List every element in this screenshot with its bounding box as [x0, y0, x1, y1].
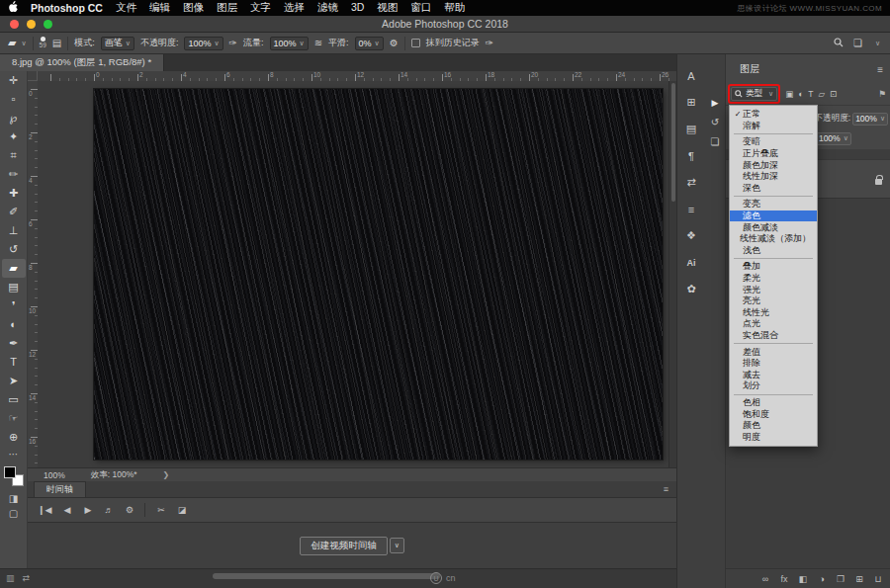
dodge-tool[interactable]: ◐: [2, 315, 26, 334]
tab-layers[interactable]: 图层: [740, 62, 759, 76]
menubar-item-图层[interactable]: 图层: [217, 1, 237, 15]
timeline-settings-button[interactable]: ⚙: [124, 505, 134, 515]
snapshot-panel-icon[interactable]: ❏: [711, 136, 720, 147]
navigator-panel-icon[interactable]: ❖: [679, 222, 703, 249]
adjustment-layer-icon[interactable]: ◑: [817, 574, 827, 584]
close-button[interactable]: [10, 20, 19, 29]
healing-brush-tool[interactable]: ✚: [2, 184, 26, 203]
blend-mode-option-颜色加深[interactable]: 颜色加深: [730, 159, 817, 171]
blend-mode-option-亮光[interactable]: 亮光: [730, 295, 817, 307]
edit-toolbar-icon[interactable]: ⋯: [2, 447, 26, 462]
blend-mode-option-饱和度[interactable]: 饱和度: [730, 408, 817, 420]
menubar-item-图像[interactable]: 图像: [183, 1, 204, 15]
link-layers-icon[interactable]: ∞: [760, 574, 770, 584]
blend-mode-option-减去[interactable]: 减去: [730, 369, 817, 380]
audio-button[interactable]: ♬: [103, 505, 114, 515]
menubar-item-帮助[interactable]: 帮助: [444, 1, 465, 15]
filter-adjustment-layers-icon[interactable]: ◐: [798, 89, 803, 99]
status-options-chevron[interactable]: ❯: [163, 470, 170, 479]
menubar-item-文件[interactable]: 文件: [116, 1, 136, 15]
zoom-window-button[interactable]: [44, 20, 52, 29]
blend-mode-option-差值[interactable]: 差值: [730, 346, 817, 358]
blend-mode-option-线性光[interactable]: 线性光: [730, 307, 817, 319]
layer-opacity-select[interactable]: 100% ∨: [852, 113, 888, 126]
blend-mode-option-线性加深[interactable]: 线性加深: [730, 171, 817, 183]
blend-mode-option-叠加[interactable]: 叠加: [730, 261, 817, 273]
info-panel-icon[interactable]: ≡: [679, 196, 703, 222]
blend-mode-option-排除[interactable]: 排除: [730, 358, 817, 370]
blend-mode-option-明度[interactable]: 明度: [730, 431, 817, 443]
expand-panels-arrow[interactable]: ▶: [712, 98, 719, 108]
menubar-item-选择[interactable]: 选择: [284, 1, 305, 15]
smoothing-select[interactable]: 0% ∨: [355, 37, 384, 50]
layers-panel-menu-icon[interactable]: ≡: [877, 64, 883, 75]
blend-mode-option-点光[interactable]: 点光: [730, 318, 817, 330]
pen-pressure-size-icon[interactable]: ✑: [486, 38, 493, 48]
layer-style-icon[interactable]: fx: [779, 574, 789, 584]
split-clip-button[interactable]: ✂: [155, 505, 166, 515]
marquee-tool[interactable]: ▫: [2, 90, 26, 109]
blend-mode-option-颜色减淡[interactable]: 颜色减淡: [730, 221, 817, 233]
first-frame-button[interactable]: ❙◀: [38, 505, 51, 515]
zoom-tool[interactable]: ⊕: [2, 428, 26, 447]
workspace-switcher-icon[interactable]: ❏: [853, 38, 862, 48]
quick-mask-icon[interactable]: ◨: [2, 491, 26, 506]
layer-fill-select[interactable]: 100% ∨: [816, 132, 851, 145]
render-video-button[interactable]: ◪: [176, 505, 187, 515]
libraries-panel-icon[interactable]: ▤: [679, 116, 703, 142]
vertical-scrollbar-thumb[interactable]: [671, 83, 675, 202]
move-tool[interactable]: ✛: [2, 71, 26, 90]
gradient-tool[interactable]: ▤: [2, 278, 26, 296]
eyedropper-tool[interactable]: ✏: [2, 165, 26, 184]
app-menu[interactable]: Photoshop CC: [31, 2, 103, 14]
ai-panel-icon[interactable]: Ai: [679, 249, 703, 276]
blend-mode-option-颜色[interactable]: 颜色: [730, 420, 817, 432]
flow-select[interactable]: 100% ∨: [270, 37, 309, 50]
blend-mode-option-溶解[interactable]: 溶解: [730, 121, 817, 132]
search-icon[interactable]: [834, 38, 844, 49]
character-panel-icon[interactable]: A: [679, 62, 703, 89]
opacity-select[interactable]: 100% ∨: [184, 37, 222, 50]
type-tool[interactable]: T: [2, 353, 26, 372]
lasso-tool[interactable]: ℘: [2, 109, 26, 127]
layer-group-icon[interactable]: ❐: [836, 574, 846, 584]
filter-type-layers-icon[interactable]: T: [808, 89, 813, 99]
tab-timeline[interactable]: 时间轴: [34, 481, 86, 497]
path-selection-tool[interactable]: ➤: [2, 372, 26, 390]
zoom-level-value[interactable]: 100%: [44, 470, 65, 480]
foreground-color-swatch[interactable]: [4, 466, 16, 478]
filter-toggle-icon[interactable]: ⚑: [878, 89, 886, 99]
blend-mode-option-强光[interactable]: 强光: [730, 284, 817, 295]
play-button[interactable]: ▶: [82, 505, 93, 515]
brushes-panel-icon[interactable]: ✿: [679, 276, 703, 302]
timeline-panel-menu-icon[interactable]: ≡: [664, 484, 668, 494]
crop-tool[interactable]: ⌗: [2, 146, 26, 165]
history-panel-icon[interactable]: ↺: [711, 117, 719, 127]
menubar-item-编辑[interactable]: 编辑: [149, 1, 170, 15]
blend-mode-option-正片叠底[interactable]: 正片叠底: [730, 148, 817, 160]
filter-pixel-layers-icon[interactable]: ▣: [785, 89, 793, 99]
blend-mode-option-柔光[interactable]: 柔光: [730, 273, 817, 285]
blend-mode-option-变暗[interactable]: 变暗: [730, 136, 817, 148]
menubar-item-3D[interactable]: 3D: [351, 1, 364, 15]
blend-mode-option-正常[interactable]: ✓正常: [730, 109, 817, 121]
previous-frame-button[interactable]: ◀: [61, 505, 72, 515]
blend-mode-option-变亮[interactable]: 变亮: [730, 199, 817, 210]
document-tab[interactable]: 8.jpg @ 100% (图层 1, RGB/8#) *: [0, 54, 164, 71]
mode-select[interactable]: 画笔 ∨: [101, 37, 134, 50]
filter-shape-layers-icon[interactable]: ▱: [819, 89, 826, 99]
brush-tool[interactable]: ✐: [2, 203, 26, 221]
ruler-left[interactable]: 0246810121416: [28, 81, 38, 467]
timeline-mode-chevron[interactable]: ∨: [390, 538, 404, 553]
eraser-tool[interactable]: ▰: [2, 259, 26, 278]
menubar-item-文字[interactable]: 文字: [250, 1, 271, 15]
pen-pressure-opacity-icon[interactable]: ✑: [229, 38, 237, 48]
background-lock-icon[interactable]: [875, 179, 882, 185]
blend-mode-option-色相[interactable]: 色相: [730, 397, 817, 409]
blend-mode-option-深色[interactable]: 深色: [730, 183, 817, 195]
blur-tool[interactable]: ❜: [2, 296, 26, 315]
menubar-item-滤镜[interactable]: 滤镜: [317, 1, 338, 15]
quick-selection-tool[interactable]: ✦: [2, 127, 26, 146]
blend-mode-option-浅色[interactable]: 浅色: [730, 245, 817, 257]
delete-layer-icon[interactable]: ⊔: [873, 574, 883, 584]
